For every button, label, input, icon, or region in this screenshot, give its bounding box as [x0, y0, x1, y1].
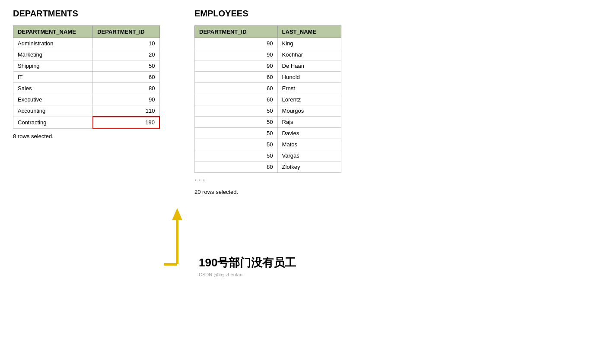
emp-lastname-cell: Kochhar	[277, 49, 341, 60]
emp-deptid-cell: 50	[195, 117, 278, 128]
dept-id-cell: 20	[93, 49, 159, 60]
annotation-text: 190号部门没有员工	[199, 255, 296, 270]
dept-id-cell: 60	[93, 72, 159, 83]
emp-deptid-cell: 90	[195, 60, 278, 72]
dept-name-cell: Contracting	[13, 117, 93, 128]
dept-id-cell: 110	[93, 105, 159, 117]
emp-lastname-cell: Ernst	[277, 83, 341, 94]
dept-header-id: DEPARTMENT_ID	[93, 26, 159, 38]
dept-name-cell: IT	[13, 72, 93, 83]
emp-lastname-cell: Rajs	[277, 117, 341, 128]
dept-header-name: DEPARTMENT_NAME	[13, 26, 93, 38]
dept-name-cell: Marketing	[13, 49, 93, 60]
dept-name-cell: Sales	[13, 83, 93, 94]
table-row: 90Kochhar	[195, 49, 341, 60]
arrow-area	[160, 204, 186, 277]
table-row: 50Mourgos	[195, 105, 341, 117]
table-row: 90De Haan	[195, 60, 341, 72]
annotation-area: 190号部门没有员工 CSDN @kejizhentan	[199, 255, 296, 277]
emp-deptid-cell: 60	[195, 94, 278, 105]
dept-name-cell: Accounting	[13, 105, 93, 117]
emp-header-deptid: DEPARTMENT_ID	[195, 26, 278, 38]
watermark: CSDN @kejizhentan	[199, 272, 296, 277]
emp-deptid-cell: 50	[195, 128, 278, 139]
emp-lastname-cell: Hunold	[277, 72, 341, 83]
main-container: DEPARTMENTS DEPARTMENT_NAME DEPARTMENT_I…	[13, 9, 595, 195]
table-row: 80Zlotkey	[195, 161, 341, 173]
table-row: Executive90	[13, 94, 160, 105]
emp-deptid-cell: 60	[195, 83, 278, 94]
emp-lastname-cell: De Haan	[277, 60, 341, 72]
emp-header-lastname: LAST_NAME	[277, 26, 341, 38]
dept-name-cell: Shipping	[13, 60, 93, 72]
emp-deptid-cell: 60	[195, 72, 278, 83]
table-row: 50Rajs	[195, 117, 341, 128]
table-row: 90King	[195, 38, 341, 49]
dept-name-cell: Administration	[13, 38, 93, 49]
dept-id-cell: 10	[93, 38, 159, 49]
dept-rows-selected: 8 rows selected.	[13, 133, 160, 139]
employees-dots: ...	[194, 173, 341, 183]
dept-id-cell: 190	[93, 117, 159, 128]
emp-deptid-cell: 90	[195, 38, 278, 49]
table-row: 60Hunold	[195, 72, 341, 83]
emp-lastname-cell: Zlotkey	[277, 161, 341, 173]
table-row: 50Davies	[195, 128, 341, 139]
emp-rows-selected: 20 rows selected.	[194, 189, 341, 195]
table-row: Administration10	[13, 38, 160, 49]
emp-deptid-cell: 90	[195, 49, 278, 60]
dept-id-cell: 80	[93, 83, 159, 94]
table-row: Accounting110	[13, 105, 160, 117]
table-row: 50Vargas	[195, 150, 341, 161]
table-row: 60Lorentz	[195, 94, 341, 105]
employees-title: EMPLOYEES	[194, 9, 341, 19]
employees-table: DEPARTMENT_ID LAST_NAME 90King90Kochhar9…	[194, 25, 341, 173]
svg-marker-1	[172, 208, 182, 220]
table-row: 50Matos	[195, 139, 341, 150]
table-row: 60Ernst	[195, 83, 341, 94]
emp-deptid-cell: 80	[195, 161, 278, 173]
emp-lastname-cell: Davies	[277, 128, 341, 139]
emp-lastname-cell: Vargas	[277, 150, 341, 161]
emp-deptid-cell: 50	[195, 150, 278, 161]
departments-title: DEPARTMENTS	[13, 9, 160, 19]
dept-id-cell: 50	[93, 60, 159, 72]
dept-id-cell: 90	[93, 94, 159, 105]
table-row: Sales80	[13, 83, 160, 94]
dept-name-cell: Executive	[13, 94, 93, 105]
table-row: Contracting190	[13, 117, 160, 128]
emp-deptid-cell: 50	[195, 105, 278, 117]
table-row: IT60	[13, 72, 160, 83]
departments-section: DEPARTMENTS DEPARTMENT_NAME DEPARTMENT_I…	[13, 9, 160, 139]
emp-deptid-cell: 50	[195, 139, 278, 150]
emp-lastname-cell: Mourgos	[277, 105, 341, 117]
emp-lastname-cell: Matos	[277, 139, 341, 150]
table-row: Shipping50	[13, 60, 160, 72]
table-row: Marketing20	[13, 49, 160, 60]
employees-section: EMPLOYEES DEPARTMENT_ID LAST_NAME 90King…	[194, 9, 341, 195]
departments-table: DEPARTMENT_NAME DEPARTMENT_ID Administra…	[13, 25, 160, 129]
emp-lastname-cell: King	[277, 38, 341, 49]
emp-lastname-cell: Lorentz	[277, 94, 341, 105]
arrow-icon	[160, 204, 186, 273]
